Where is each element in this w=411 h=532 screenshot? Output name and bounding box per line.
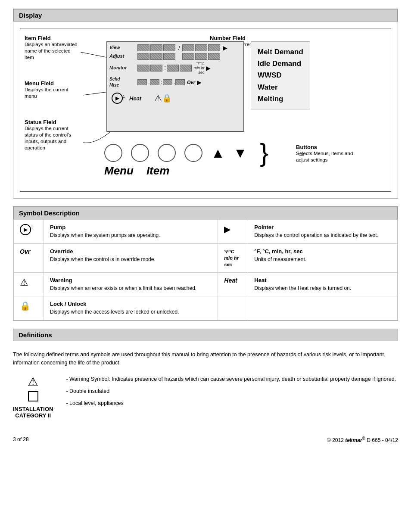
- installation-label: INSTALLATION: [13, 406, 53, 412]
- lcd-pixel-18: [150, 79, 159, 85]
- arrow-down-button[interactable]: ▼: [234, 146, 247, 160]
- lcd-pixel-2: [150, 44, 162, 51]
- footer-model: D 665 - 04/12: [367, 437, 398, 443]
- menu-label: Menu: [104, 164, 134, 177]
- warning-name: Warning: [50, 277, 212, 283]
- symbol-cell-pointer-icon: ▶: [218, 220, 248, 244]
- lcd-pixel-14: [150, 65, 162, 72]
- pump-desc: Displays when the system pumps are opera…: [50, 232, 212, 239]
- number-field-label: Number Field: [210, 35, 296, 41]
- symbol-cell-ovr-icon: Ovr: [14, 243, 44, 272]
- symbol-row-2: Ovr Override Displays when the control i…: [14, 243, 398, 272]
- units-name: °F, °C, min, hr, sec: [254, 248, 391, 255]
- symbol-cell-ovr-desc: Override Displays when the control is in…: [44, 243, 218, 272]
- display-section: Display Item Field Displays an abbreviat…: [13, 9, 398, 199]
- buttons-row: ▲ ▼ }: [104, 143, 268, 163]
- status-field-annotation: Status Field Displays the current status…: [25, 119, 76, 151]
- lcd-pixel-3: [163, 44, 175, 51]
- status-field-label: Status Field: [25, 119, 76, 125]
- lcd-pixel-10: [182, 53, 194, 60]
- symbol-empty-1: [218, 296, 248, 320]
- lcd-pointer-2: ▶: [206, 65, 211, 72]
- lcd-right-item-3: WWSD: [258, 69, 303, 81]
- symbol-cell-pump-icon: ▶1: [14, 220, 44, 244]
- lcd-menu-adjust: Adjust: [109, 53, 137, 59]
- def-box-icon: [28, 391, 38, 401]
- symbol-cell-lock-icon: 🔒: [14, 296, 44, 320]
- ovr-desc: Displays when the control is in override…: [50, 256, 212, 263]
- warning-desc: Displays when an error exists or when a …: [50, 285, 212, 292]
- button-circle-4[interactable]: [184, 144, 202, 162]
- lcd-menu-sched: SchdMisc: [109, 76, 137, 88]
- lcd-pixel-9: [163, 53, 175, 60]
- heat-icon: Heat: [224, 277, 237, 284]
- lcd-right-item-4: Water: [258, 81, 303, 93]
- lcd-pixel-16: [180, 65, 192, 72]
- button-circle-3[interactable]: [158, 144, 176, 162]
- lcd-warning-icon: ⚠: [154, 93, 162, 103]
- definitions-section-header: Definitions: [13, 329, 398, 341]
- item-field-desc: Displays an abbreviated name of the sele…: [25, 41, 81, 61]
- symbol-row-4: 🔒 Lock / Unlock Displays when the access…: [14, 296, 398, 320]
- status-field-desc: Displays the current status of the contr…: [25, 125, 76, 151]
- lcd-right-list: Melt Demand Idle Demand WWSD Water Melti…: [251, 41, 310, 109]
- item-label: Item: [146, 164, 169, 177]
- lcd-lock-icon: 🔒: [162, 93, 171, 103]
- def-item-3: - Local level, appliances: [66, 399, 398, 408]
- definitions-section: Definitions The following defined terms …: [13, 329, 398, 423]
- brace-icon: }: [260, 143, 268, 163]
- button-circle-2[interactable]: [131, 144, 149, 162]
- definitions-symbols: ⚠ INSTALLATION CATEGORY II - Warning Sym…: [13, 375, 398, 419]
- pump-icon: ▶: [20, 224, 31, 235]
- lcd-bottom-row: ▶1 Heat ⚠ 🔒: [109, 92, 174, 105]
- display-title: Display: [19, 12, 42, 19]
- lcd-row-2: Adjust: [109, 53, 241, 60]
- lcd-pixel-7: [137, 53, 149, 60]
- buttons-annotation: Buttons Selects Menus, Items and adjust …: [296, 144, 356, 163]
- symbol-title: Symbol Description: [19, 209, 80, 217]
- footer-page-number: 3 of 28: [13, 436, 29, 442]
- symbol-row-3: ⚠ Warning Displays when an error exists …: [14, 272, 398, 296]
- pointer-icon: ▶: [224, 224, 230, 234]
- lcd-pixel-4: [182, 44, 194, 51]
- lcd-pixel-11: [195, 53, 207, 60]
- lcd-right-item-1: Melt Demand: [258, 46, 303, 58]
- page-footer: 3 of 28 © 2012 tekmar® D 665 - 04/12: [13, 436, 398, 443]
- lcd-pixel-8: [150, 53, 162, 60]
- copyright-symbol: © 2012: [327, 437, 344, 443]
- symbol-cell-warning-icon: ⚠: [14, 272, 44, 296]
- definitions-title: Definitions: [19, 331, 52, 339]
- arrow-up-button[interactable]: ▲: [211, 146, 225, 160]
- lcd-menu-monitor: Monitor: [109, 65, 137, 71]
- def-text-column: - Warning Symbol: Indicates presence of …: [66, 375, 398, 411]
- menu-field-label: Menu Field: [25, 80, 72, 87]
- lock-symbol-icon: 🔒: [20, 301, 31, 311]
- display-section-header: Display: [13, 9, 398, 22]
- def-install-label: INSTALLATION CATEGORY II: [13, 406, 53, 419]
- lcd-pixel-12: [208, 53, 220, 60]
- button-circle-1[interactable]: [104, 144, 122, 162]
- symbol-empty-2: [248, 296, 398, 320]
- tekmar-brand: tekmar: [345, 437, 362, 443]
- display-diagram: Item Field Displays an abbreviated name …: [20, 28, 391, 192]
- footer-copyright: © 2012 tekmar® D 665 - 04/12: [327, 436, 398, 443]
- units-desc: Units of measurement.: [254, 256, 391, 263]
- menu-field-annotation: Menu Field Displays the current menu: [25, 80, 72, 100]
- ovr-icon: Ovr: [20, 248, 30, 255]
- symbol-cell-units-icon: °F°Cmin hrsec: [218, 243, 248, 272]
- lcd-row-1: View / ▶: [109, 44, 241, 51]
- lcd-pixel-15: [167, 65, 179, 72]
- def-item-1: - Warning Symbol: Indicates presence of …: [66, 375, 398, 383]
- def-warning-icon: ⚠: [28, 375, 38, 389]
- lcd-display: View / ▶ Adjust: [106, 41, 244, 132]
- item-field-annotation: Item Field Displays an abbreviated name …: [25, 35, 81, 61]
- lcd-pixel-13: [137, 65, 149, 72]
- lcd-pixel-20: [175, 79, 185, 85]
- lcd-pixel-1: [137, 44, 149, 51]
- lcd-pixel-17: [137, 79, 147, 85]
- item-field-label: Item Field: [25, 35, 81, 41]
- symbol-cell-pointer-desc: Pointer Displays the control operation a…: [248, 220, 398, 244]
- heat-name: Heat: [254, 277, 391, 283]
- menu-field-desc: Displays the current menu: [25, 87, 72, 100]
- definitions-content: The following defined terms and symbols …: [13, 346, 398, 423]
